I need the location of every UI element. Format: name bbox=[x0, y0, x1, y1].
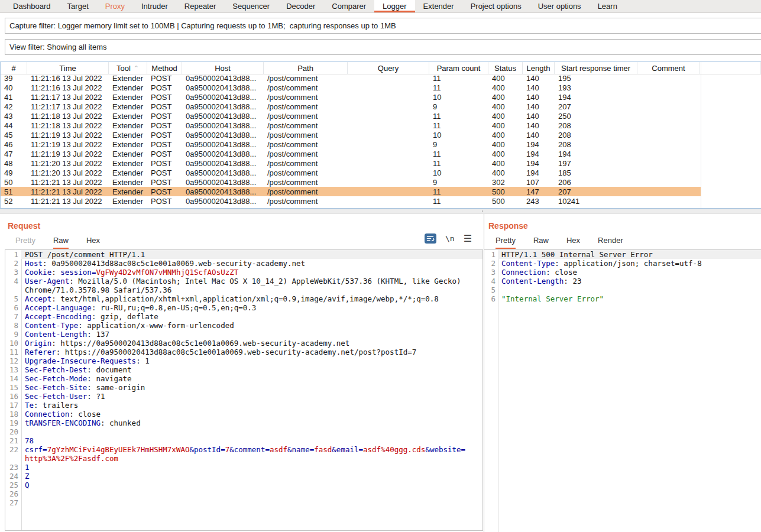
column-header-param-count[interactable]: Param count bbox=[429, 62, 488, 74]
log-row-51[interactable]: 5111:21:21 13 Jul 2022ExtenderPOST0a9500… bbox=[1, 187, 701, 196]
log-row-44[interactable]: 4411:21:18 13 Jul 2022ExtenderPOST0a9500… bbox=[1, 121, 701, 130]
cell-param-count: 9 bbox=[429, 102, 488, 111]
request-tab-hex[interactable]: Hex bbox=[86, 236, 100, 249]
response-tab-hex[interactable]: Hex bbox=[566, 236, 580, 249]
menu-tab-decoder[interactable]: Decoder bbox=[278, 0, 323, 12]
log-row-40[interactable]: 4011:21:16 13 Jul 2022ExtenderPOST0a9500… bbox=[1, 83, 701, 92]
request-editor[interactable]: 1POST /post/comment HTTP/1.12Host: 0a950… bbox=[5, 249, 483, 531]
column-header-path[interactable]: Path bbox=[264, 62, 348, 74]
log-row-52[interactable]: 5211:21:21 13 Jul 2022ExtenderPOST0a9500… bbox=[1, 196, 701, 206]
request-line-text: Referer: https://0a9500020413d88ac08c5c1… bbox=[21, 348, 482, 356]
panel-menu-icon[interactable]: ☰ bbox=[464, 234, 472, 244]
menu-tab-dashboard[interactable]: Dashboard bbox=[5, 0, 59, 12]
cell-num: 44 bbox=[1, 121, 27, 130]
request-line-text: csrf=7gYzhMCiFvi4gBEyUEEk7HmHSHM7xWAO&po… bbox=[21, 445, 482, 454]
column-header-label: Start response timer bbox=[561, 64, 630, 73]
line-number: 16 bbox=[5, 392, 21, 401]
line-number: 3 bbox=[484, 268, 498, 277]
cell-comment bbox=[637, 92, 700, 102]
column-header-time[interactable]: Time bbox=[27, 62, 109, 74]
column-header-host[interactable]: Host bbox=[182, 62, 264, 74]
log-row-46[interactable]: 4611:21:19 13 Jul 2022ExtenderPOST0a9500… bbox=[1, 140, 701, 149]
column-header-status[interactable]: Status bbox=[488, 62, 523, 74]
column-header-tool[interactable]: Tool⌃ bbox=[109, 62, 147, 74]
request-tab-raw[interactable]: Raw bbox=[53, 236, 69, 249]
cell-path: /post/comment bbox=[264, 83, 348, 92]
column-header-label: Method bbox=[151, 64, 177, 73]
pretty-print-icon[interactable] bbox=[425, 233, 436, 244]
request-tab-pretty[interactable]: Pretty bbox=[15, 236, 35, 249]
cell-timer: 208 bbox=[555, 121, 637, 130]
horizontal-splitter[interactable] bbox=[0, 209, 761, 214]
cell-time: 11:21:16 13 Jul 2022 bbox=[27, 83, 109, 92]
column-header-comment[interactable]: Comment bbox=[637, 62, 700, 74]
cell-length: 194 bbox=[523, 140, 555, 149]
cell-param-count: 10 bbox=[429, 130, 488, 140]
response-line-text: Content-Type: application/json; charset=… bbox=[498, 259, 761, 268]
request-line-10: 10Origin: https://0a9500020413d88ac08c5c… bbox=[5, 339, 482, 348]
log-row-39[interactable]: 3911:21:16 13 Jul 2022ExtenderPOST0a9500… bbox=[1, 73, 701, 83]
request-title: Request bbox=[8, 221, 40, 231]
log-row-47[interactable]: 4711:21:19 13 Jul 2022ExtenderPOST0a9500… bbox=[1, 149, 701, 158]
request-line-text: Sec-Fetch-Site: same-origin bbox=[21, 383, 482, 392]
menu-tab-target[interactable]: Target bbox=[59, 0, 97, 12]
menu-tab-proxy[interactable]: Proxy bbox=[97, 0, 133, 12]
line-number: 6 bbox=[5, 303, 21, 312]
menu-tab-comparer[interactable]: Comparer bbox=[323, 0, 374, 12]
menu-tab-sequencer[interactable]: Sequencer bbox=[224, 0, 278, 12]
line-number: 21 bbox=[5, 436, 21, 445]
newline-toggle-icon[interactable]: \n bbox=[445, 234, 455, 243]
log-row-49[interactable]: 4911:21:20 13 Jul 2022ExtenderPOST0a9500… bbox=[1, 168, 701, 177]
cell-comment bbox=[637, 196, 700, 206]
column-header-blank[interactable]: # bbox=[1, 62, 27, 74]
log-row-50[interactable]: 5011:21:21 13 Jul 2022ExtenderPOST0a9500… bbox=[1, 177, 701, 187]
request-line-9: 9Content-Length: 137 bbox=[5, 330, 482, 339]
menu-tab-repeater[interactable]: Repeater bbox=[176, 0, 224, 12]
cell-timer: 250 bbox=[555, 111, 637, 121]
request-line-27: 27 bbox=[5, 498, 482, 507]
log-row-45[interactable]: 4511:21:19 13 Jul 2022ExtenderPOST0a9500… bbox=[1, 130, 701, 140]
request-line-15: 15Sec-Fetch-Site: same-origin bbox=[5, 383, 482, 392]
view-filter-bar[interactable]: View filter: Showing all items bbox=[5, 39, 761, 55]
capture-filter-bar[interactable]: Capture filter: Logger memory limit set … bbox=[5, 18, 761, 34]
request-line-text: Cookie: session=VgFWy4D2vMfON7vMNMhjQ1Sc… bbox=[21, 268, 482, 277]
menu-tab-project-options[interactable]: Project options bbox=[462, 0, 530, 12]
log-row-42[interactable]: 4211:21:17 13 Jul 2022ExtenderPOST0a9500… bbox=[1, 102, 701, 111]
cell-timer: 185 bbox=[555, 168, 637, 177]
line-number: 1 bbox=[484, 250, 498, 259]
column-header-start-response-timer[interactable]: Start response timer bbox=[555, 62, 637, 74]
column-header-method[interactable]: Method bbox=[147, 62, 182, 74]
cell-status: 400 bbox=[488, 149, 523, 158]
cell-timer: 208 bbox=[555, 130, 637, 140]
cell-method: POST bbox=[147, 92, 182, 102]
column-header-query[interactable]: Query bbox=[348, 62, 429, 74]
cell-host: 0a9500020413d88... bbox=[182, 111, 264, 121]
cell-status: 500 bbox=[488, 196, 523, 206]
column-header-blank[interactable] bbox=[700, 62, 761, 74]
log-row-48[interactable]: 4811:21:20 13 Jul 2022ExtenderPOST0a9500… bbox=[1, 158, 701, 168]
cell-path: /post/comment bbox=[264, 73, 348, 83]
cell-query bbox=[348, 102, 429, 111]
cell-time: 11:21:20 13 Jul 2022 bbox=[27, 168, 109, 177]
log-row-43[interactable]: 4311:21:18 13 Jul 2022ExtenderPOST0a9500… bbox=[1, 111, 701, 121]
cell-timer: 10241 bbox=[555, 196, 637, 206]
menu-tab-user-options[interactable]: User options bbox=[530, 0, 590, 12]
menu-tab-intruder[interactable]: Intruder bbox=[133, 0, 176, 12]
response-line-3: 3Connection: close bbox=[484, 268, 761, 277]
log-row-41[interactable]: 4111:21:17 13 Jul 2022ExtenderPOST0a9500… bbox=[1, 92, 701, 102]
menu-tab-learn[interactable]: Learn bbox=[590, 0, 626, 12]
log-row-53[interactable]: 5311:21:22 13 Jul 2022ExtenderPOST0a9500… bbox=[1, 206, 701, 208]
menu-tab-extender[interactable]: Extender bbox=[415, 0, 462, 12]
cell-comment bbox=[637, 168, 700, 177]
column-header-length[interactable]: Length bbox=[523, 62, 555, 74]
response-tab-pretty[interactable]: Pretty bbox=[496, 236, 516, 249]
menu-tab-logger[interactable]: Logger bbox=[374, 0, 414, 12]
cell-host: 0a9500020413d88... bbox=[182, 149, 264, 158]
response-tab-render[interactable]: Render bbox=[598, 236, 623, 249]
column-header-label: Time bbox=[59, 64, 76, 73]
request-line-text: Te: trailers bbox=[21, 401, 482, 410]
cell-path: /post/comment bbox=[264, 187, 348, 196]
response-editor[interactable]: 1HTTP/1.1 500 Internal Server Error2Cont… bbox=[484, 249, 761, 532]
response-tab-raw[interactable]: Raw bbox=[533, 236, 549, 249]
line-number: 7 bbox=[5, 312, 21, 321]
